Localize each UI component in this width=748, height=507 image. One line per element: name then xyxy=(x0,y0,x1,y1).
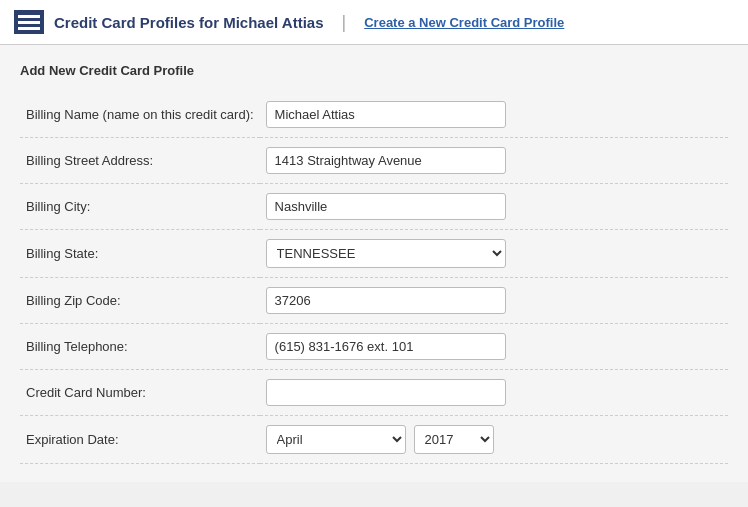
billing-name-input[interactable] xyxy=(266,101,506,128)
form-row: Billing State:ALABAMAALASKAARIZONAARKANS… xyxy=(20,230,728,278)
billing-state-label: Billing State: xyxy=(20,230,260,278)
cc-number-label: Credit Card Number: xyxy=(20,370,260,416)
billing-state-field: ALABAMAALASKAARIZONAARKANSASCALIFORNIACO… xyxy=(260,230,728,278)
billing-name-field xyxy=(260,92,728,138)
main-content: Add New Credit Card Profile Billing Name… xyxy=(0,45,748,482)
page-header: Credit Card Profiles for Michael Attias … xyxy=(0,0,748,45)
form-row: Billing Name (name on this credit card): xyxy=(20,92,728,138)
billing-zip-field xyxy=(260,278,728,324)
billing-zip-input[interactable] xyxy=(266,287,506,314)
form-table: Billing Name (name on this credit card):… xyxy=(20,92,728,464)
expiration-date-label: Expiration Date: xyxy=(20,416,260,464)
billing-phone-label: Billing Telephone: xyxy=(20,324,260,370)
billing-street-field xyxy=(260,138,728,184)
expiration-date-field: JanuaryFebruaryMarchAprilMayJuneJulyAugu… xyxy=(260,416,728,464)
form-row: Billing City: xyxy=(20,184,728,230)
billing-city-field xyxy=(260,184,728,230)
cc-number-input[interactable] xyxy=(266,379,506,406)
header-divider: | xyxy=(342,12,347,33)
form-row: Credit Card Number: xyxy=(20,370,728,416)
billing-street-label: Billing Street Address: xyxy=(20,138,260,184)
form-row: Billing Street Address: xyxy=(20,138,728,184)
billing-phone-field xyxy=(260,324,728,370)
billing-state-select[interactable]: ALABAMAALASKAARIZONAARKANSASCALIFORNIACO… xyxy=(266,239,506,268)
page-title: Credit Card Profiles for Michael Attias xyxy=(54,14,324,31)
billing-name-label: Billing Name (name on this credit card): xyxy=(20,92,260,138)
billing-zip-label: Billing Zip Code: xyxy=(20,278,260,324)
create-new-link[interactable]: Create a New Credit Card Profile xyxy=(364,15,564,30)
form-row: Expiration Date:JanuaryFebruaryMarchApri… xyxy=(20,416,728,464)
billing-city-label: Billing City: xyxy=(20,184,260,230)
form-section-title: Add New Credit Card Profile xyxy=(20,63,728,78)
expiration-month-select[interactable]: JanuaryFebruaryMarchAprilMayJuneJulyAugu… xyxy=(266,425,406,454)
expiration-group: JanuaryFebruaryMarchAprilMayJuneJulyAugu… xyxy=(266,425,722,454)
cc-number-field xyxy=(260,370,728,416)
expiration-year-select[interactable]: 201720182019202020212022202320242025 xyxy=(414,425,494,454)
billing-phone-input[interactable] xyxy=(266,333,506,360)
form-row: Billing Telephone: xyxy=(20,324,728,370)
billing-city-input[interactable] xyxy=(266,193,506,220)
form-row: Billing Zip Code: xyxy=(20,278,728,324)
billing-street-input[interactable] xyxy=(266,147,506,174)
app-logo xyxy=(14,10,44,34)
